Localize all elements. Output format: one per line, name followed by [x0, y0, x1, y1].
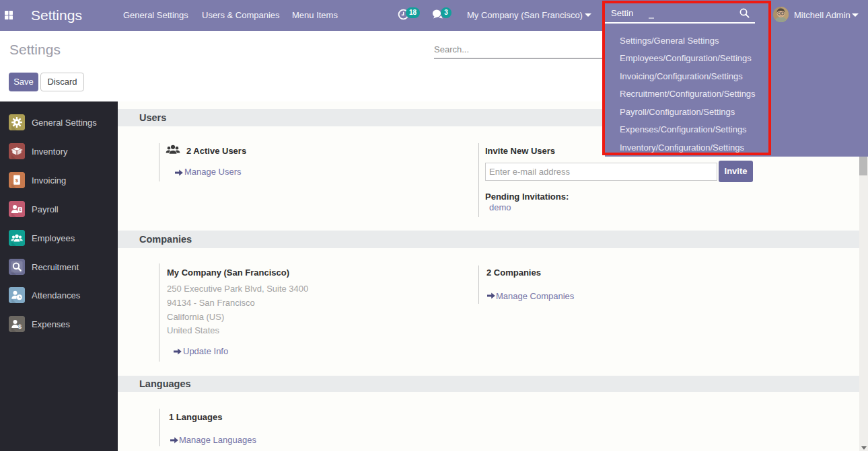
svg-text:$: $ [15, 177, 19, 183]
svg-text:$: $ [19, 208, 21, 212]
svg-text:$: $ [18, 323, 22, 330]
